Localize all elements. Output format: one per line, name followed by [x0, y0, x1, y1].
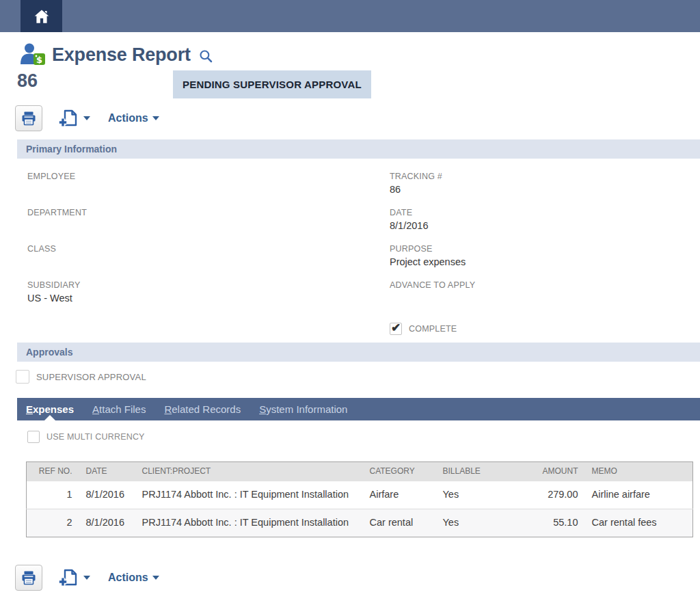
new-document-button[interactable] [59, 109, 90, 128]
bottom-toolbar: Actions [15, 564, 700, 591]
cell-category: Car rental [363, 509, 436, 537]
cell-ref-no: 2 [27, 509, 79, 537]
field-tracking-number: TRACKING # 86 [390, 172, 700, 208]
print-button[interactable] [15, 105, 42, 131]
fields-left-column: EMPLOYEE DEPARTMENT CLASS SUBSIDIARY US … [27, 172, 390, 335]
actions-button[interactable]: Actions [108, 572, 159, 584]
tab-label: Related Records [164, 403, 241, 415]
column-header-billable: BILLABLE [436, 462, 513, 482]
chevron-down-icon [83, 116, 90, 120]
status-badge: PENDING SUPERVISOR APPROVAL [173, 70, 371, 98]
field-label: DATE [390, 208, 700, 217]
section-header-approvals[interactable]: Approvals [17, 343, 700, 362]
complete-field: COMPLETE [390, 323, 700, 335]
new-document-icon [59, 568, 79, 587]
field-label: DEPARTMENT [27, 208, 390, 217]
complete-label: COMPLETE [409, 324, 457, 334]
tab-attach-files[interactable]: Attach Files [92, 398, 146, 420]
tab-expenses[interactable]: Expenses [26, 398, 74, 420]
field-value: Project expenses [390, 256, 700, 267]
field-value: 8/1/2016 [390, 220, 700, 231]
field-label: ADVANCE TO APPLY [390, 280, 700, 290]
table-row: 2 8/1/2016 PRJ1174 Abbott Inc. : IT Equi… [27, 509, 693, 537]
record-tabbar: Expenses Attach Files Related Records Sy… [17, 398, 700, 420]
field-label: SUBSIDIARY [27, 280, 390, 290]
search-icon[interactable] [199, 49, 213, 63]
column-header-amount: AMOUNT [513, 462, 585, 482]
tab-label: Expenses [26, 403, 74, 415]
cell-date: 8/1/2016 [79, 509, 135, 537]
chevron-down-icon [83, 576, 90, 580]
use-multi-currency-field: USE MULTI CURRENCY [27, 431, 700, 443]
cell-ref-no: 1 [27, 481, 79, 509]
field-label: EMPLOYEE [27, 172, 390, 181]
column-header-ref-no: REF NO. [27, 462, 79, 482]
field-class: CLASS [27, 244, 390, 280]
field-subsidiary: SUBSIDIARY US - West [27, 280, 390, 317]
column-header-date: DATE [79, 462, 135, 482]
actions-button[interactable]: Actions [108, 112, 159, 124]
actions-label: Actions [108, 572, 148, 584]
use-multi-currency-label: USE MULTI CURRENCY [46, 432, 145, 442]
column-header-memo: MEMO [585, 462, 693, 482]
new-document-icon [59, 109, 79, 128]
field-purpose: PURPOSE Project expenses [390, 244, 700, 280]
use-multi-currency-checkbox[interactable] [27, 431, 40, 443]
tab-related-records[interactable]: Related Records [164, 398, 241, 420]
tab-system-information[interactable]: System Information [259, 398, 347, 420]
table-header: REF NO. DATE CLIENT:PROJECT CATEGORY BIL… [27, 462, 693, 482]
fields-right-column: TRACKING # 86 DATE 8/1/2016 PURPOSE Proj… [390, 172, 700, 335]
cell-amount: 279.00 [513, 481, 585, 509]
home-icon [33, 8, 51, 25]
field-label: CLASS [27, 244, 390, 254]
table-row: 1 8/1/2016 PRJ1174 Abbott Inc. : IT Equi… [27, 481, 693, 509]
svg-text:$: $ [36, 55, 42, 65]
section-header-primary-information[interactable]: Primary Information [17, 139, 700, 159]
actions-label: Actions [108, 112, 148, 124]
field-advance-to-apply: ADVANCE TO APPLY [390, 280, 700, 317]
printer-icon [21, 110, 37, 126]
printer-icon [21, 570, 37, 586]
primary-information-fields: EMPLOYEE DEPARTMENT CLASS SUBSIDIARY US … [27, 159, 700, 335]
tab-label: Attach Files [92, 403, 146, 415]
cell-memo: Airline airfare [585, 481, 693, 509]
page-title: Expense Report [52, 44, 191, 66]
section-title: Primary Information [26, 144, 117, 155]
cell-billable: Yes [436, 509, 513, 537]
cell-date: 8/1/2016 [79, 481, 135, 509]
top-toolbar: Actions [15, 105, 700, 132]
supervisor-approval-label: SUPERVISOR APPROVAL [36, 372, 146, 382]
complete-checkbox[interactable] [390, 323, 402, 335]
field-label: PURPOSE [390, 244, 700, 254]
field-value: 86 [390, 184, 700, 195]
section-title: Approvals [26, 347, 72, 358]
supervisor-approval-checkbox[interactable] [16, 370, 29, 384]
supervisor-approval-field: SUPERVISOR APPROVAL [16, 370, 700, 384]
column-header-client-project: CLIENT:PROJECT [135, 462, 363, 482]
top-navbar [0, 0, 700, 32]
chevron-down-icon [152, 116, 159, 120]
field-date: DATE 8/1/2016 [390, 208, 700, 244]
new-document-button[interactable] [59, 568, 90, 587]
print-button[interactable] [15, 565, 42, 591]
column-header-category: CATEGORY [363, 462, 436, 482]
record-row: 86 PENDING SUPERVISOR APPROVAL [17, 70, 700, 98]
tab-label: System Information [259, 403, 347, 415]
expense-report-icon: $ [19, 42, 46, 68]
field-department: DEPARTMENT [27, 208, 390, 244]
field-label: TRACKING # [390, 172, 700, 181]
cell-client-project: PRJ1174 Abbott Inc. : IT Equipment Insta… [135, 481, 363, 509]
cell-billable: Yes [436, 481, 513, 509]
field-employee: EMPLOYEE [27, 172, 390, 208]
cell-memo: Car rental fees [585, 509, 693, 537]
cell-client-project: PRJ1174 Abbott Inc. : IT Equipment Insta… [135, 509, 363, 537]
chevron-down-icon [152, 576, 159, 580]
home-button[interactable] [21, 0, 62, 32]
cell-category: Airfare [363, 481, 436, 509]
expense-lines-table: REF NO. DATE CLIENT:PROJECT CATEGORY BIL… [26, 461, 693, 537]
record-id: 86 [17, 70, 173, 92]
cell-amount: 55.10 [513, 509, 585, 537]
page-header: $ Expense Report [19, 42, 700, 68]
field-value: US - West [27, 293, 390, 304]
